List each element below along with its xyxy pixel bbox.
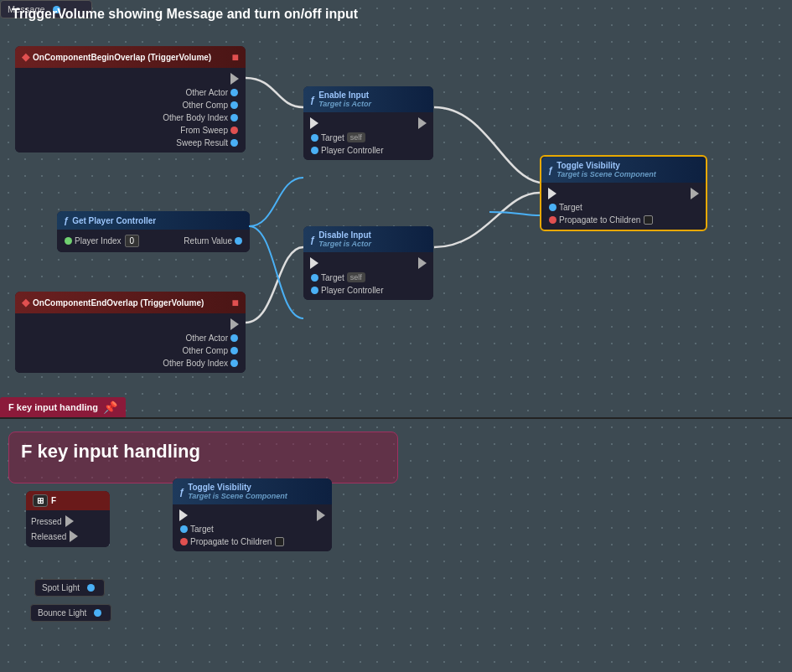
blueprint-title: TriggerVolume showing Message and turn o… [0,0,792,28]
toggle-vis-body: Target Propagate to Children [541,183,706,230]
end-overlap-close[interactable]: ■ [232,296,239,309]
disable-controller-pin[interactable]: Player Controller [308,284,428,297]
toggle-vis-bottom-header: ƒ Toggle Visibility Target is Scene Comp… [173,478,332,504]
bounce-light-dot [94,609,101,617]
f-pressed-arrow [65,515,74,527]
end-overlap-body: Other Actor Other Comp Other Body Index [15,313,246,373]
f-key-header: ⊞ F [26,491,110,510]
player-index-dot [65,237,72,245]
controller-to-enable-conn [249,178,303,226]
toggle-vis-bottom-body: Target Propagate to Children [173,504,332,551]
toggle-bottom-exec-out [317,509,325,521]
bottom-blueprint-canvas: F key input handling ⊞ F Pressed Release… [0,419,792,672]
get-controller-header: ƒ Get Player Controller [57,211,250,230]
toggle-bottom-exec-in [179,509,188,521]
end-other-actor-dot [230,334,238,342]
spot-light-dot [87,584,95,592]
end-other-actor-pin[interactable]: Other Actor [20,332,241,344]
enable-exec-in-arrow [310,117,318,129]
end-other-body-dot [230,359,238,367]
message-to-toggle-conn [489,212,540,215]
end-to-disable-conn [246,247,303,323]
toggle-bottom-target-pin[interactable]: Target [178,523,327,535]
propagate-bottom-checkbox[interactable] [275,537,284,546]
other-actor-pin[interactable]: Other Actor [20,86,241,99]
sweep-result-pin[interactable]: Sweep Result [20,137,241,149]
disable-exec-in [308,256,428,271]
enable-to-toggle-conn [434,107,540,183]
from-sweep-pin[interactable]: From Sweep [20,124,241,137]
bounce-light-node[interactable]: Bounce Light [30,604,111,622]
begin-overlap-close[interactable]: ■ [232,50,239,64]
sweep-result-dot [230,139,238,147]
end-exec-out-pin [20,317,241,332]
toggle-exec-out-arrow [691,188,699,199]
end-other-body-pin[interactable]: Other Body Index [20,357,241,370]
enable-controller-pin[interactable]: Player Controller [308,144,428,157]
enable-input-body: Target self Player Controller [303,112,433,160]
from-sweep-dot [230,127,238,134]
toggle-vis-node[interactable]: ƒ Toggle Visibility Target is Scene Comp… [540,155,707,231]
disable-to-toggle-conn [434,193,540,247]
top-blueprint-canvas: TriggerVolume showing Message and turn o… [0,0,792,419]
other-body-index-pin[interactable]: Other Body Index [20,111,241,124]
toggle-vis-header: ƒ Toggle Visibility Target is Scene Comp… [541,157,706,183]
bottom-group-title: F key input handling [18,441,389,463]
controller-to-disable-conn [249,226,303,318]
f-released-pin[interactable]: Released [31,529,105,544]
end-overlap-header: ◆ OnComponentEndOverlap (TriggerVolume) … [15,292,246,313]
section-label[interactable]: F key input handling 📌 [0,397,126,417]
player-index-pin[interactable]: Player Index 0 Return Value [62,233,245,249]
title-text: TriggerVolume showing Message and turn o… [12,7,358,21]
f-key-node[interactable]: ⊞ F Pressed Released [26,491,110,547]
toggle-target-pin[interactable]: Target [546,201,701,214]
get-controller-body: Player Index 0 Return Value [57,230,250,252]
get-controller-node[interactable]: ƒ Get Player Controller Player Index 0 R… [57,211,250,252]
toggle-vis-bottom-node[interactable]: ƒ Toggle Visibility Target is Scene Comp… [173,478,332,551]
return-value-dot [235,237,242,245]
enable-exec-in [308,116,428,131]
other-comp-pin[interactable]: Other Comp [20,99,241,111]
toggle-propagate-dot [549,216,556,224]
toggle-target-dot [549,204,556,211]
toggle-propagate-pin[interactable]: Propagate to Children [546,214,701,226]
end-other-comp-pin[interactable]: Other Comp [20,344,241,357]
f-key-body: Pressed Released [26,510,110,547]
end-exec-arrow [230,318,239,330]
exec-out-pin [20,71,241,86]
enable-controller-dot [311,147,318,154]
other-actor-dot [230,89,238,96]
begin-overlap-node[interactable]: ◆ OnComponentBeginOverlap (TriggerVolume… [15,46,246,152]
disable-exec-out-arrow [418,257,427,269]
toggle-exec-in-arrow [548,188,556,199]
f-released-arrow [70,530,78,542]
end-overlap-node[interactable]: ◆ OnComponentEndOverlap (TriggerVolume) … [15,292,246,373]
toggle-bottom-target-dot [180,525,188,533]
begin-overlap-body: Other Actor Other Comp Other Body Index … [15,68,246,152]
enable-input-node[interactable]: ƒ Enable Input Target is Actor Target se… [303,86,433,160]
section-icon: 📌 [103,401,117,414]
propagate-checkbox[interactable] [644,215,653,225]
disable-input-header: ƒ Disable Input Target is Actor [303,226,433,252]
other-body-dot [230,114,238,121]
disable-input-node[interactable]: ƒ Disable Input Target is Actor Target s… [303,226,433,300]
toggle-bottom-propagate-pin[interactable]: Propagate to Children [178,535,327,548]
disable-controller-dot [311,287,318,294]
disable-target-dot [311,274,318,282]
other-comp-dot [230,101,238,109]
enable-input-header: ƒ Enable Input Target is Actor [303,86,433,112]
toggle-bottom-exec-row [178,508,327,523]
enable-exec-out-arrow [418,117,427,129]
end-other-comp-dot [230,347,238,354]
begin-overlap-header: ◆ OnComponentBeginOverlap (TriggerVolume… [15,46,246,68]
f-pressed-pin[interactable]: Pressed [31,514,105,529]
bottom-group: F key input handling ⊞ F Pressed Release… [8,432,398,483]
exec-arrow-out [230,73,239,85]
toggle-bottom-propagate-dot [180,538,188,545]
enable-target-dot [311,134,318,142]
disable-target-pin[interactable]: Target self [308,271,428,284]
begin-to-enable-conn [246,78,303,107]
enable-target-pin[interactable]: Target self [308,131,428,144]
toggle-exec-row [546,186,701,201]
spot-light-node[interactable]: Spot Light [34,579,105,597]
